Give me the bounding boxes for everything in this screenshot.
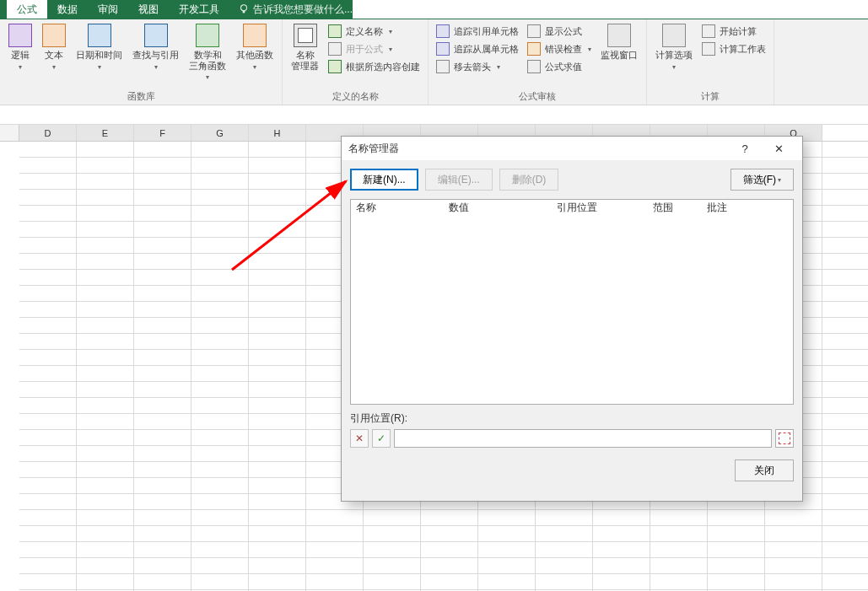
svg-point-0: [241, 5, 247, 11]
btn-logical[interactable]: 逻辑▾: [5, 22, 35, 73]
tell-me[interactable]: 告诉我您想要做什么...: [229, 0, 353, 19]
row-header-strip: [0, 142, 19, 591]
col-comment[interactable]: 批注: [702, 200, 793, 217]
tab-data[interactable]: 数据: [47, 0, 88, 19]
btn-error-check[interactable]: 错误检查▾: [525, 41, 594, 56]
bulb-icon: [238, 3, 250, 15]
group-label: 公式审核: [434, 90, 641, 105]
tag-icon: [328, 24, 342, 38]
theta-icon: [196, 24, 219, 47]
btn-datetime[interactable]: 日期和时间▾: [73, 22, 126, 73]
evaluate-icon: [527, 60, 541, 73]
chevron-down-icon: ▾: [253, 63, 256, 71]
collapse-dialog-icon[interactable]: [775, 429, 794, 448]
tab-formula[interactable]: 公式: [7, 0, 47, 19]
ribbon: 逻辑▾ 文本▾ 日期和时间▾ 查找与引用▾ 数学和 三角函数▾ 其他函数▾ 函数…: [0, 19, 868, 105]
btn-calc-sheet[interactable]: 计算工作表: [699, 41, 768, 56]
refers-to-input[interactable]: [394, 429, 772, 448]
name-manager-dialog: 名称管理器 ? ✕ 新建(N)... 编辑(E)... 删除(D) 筛选(F) …: [341, 136, 803, 502]
btn-mathtrig[interactable]: 数学和 三角函数▾: [186, 22, 229, 83]
col-refers-to[interactable]: 引用位置: [552, 200, 648, 217]
group-formula-auditing: 追踪引用单元格 追踪从属单元格 移去箭头▾ 显示公式 错误检查▾ 公式求值 监视…: [429, 19, 647, 105]
chevron-down-icon: ▾: [98, 63, 101, 71]
btn-lookup[interactable]: 查找与引用▾: [129, 22, 182, 73]
calc-now-icon: [702, 24, 715, 38]
btn-watch-window[interactable]: 监视窗口: [597, 22, 641, 62]
col-header[interactable]: E: [77, 125, 134, 141]
tell-me-label: 告诉我您想要做什么...: [253, 3, 353, 17]
edit-name-button: 编辑(E)...: [425, 169, 493, 191]
delete-name-button: 删除(D): [499, 169, 559, 191]
col-header[interactable]: H: [249, 125, 306, 141]
clock-icon: [88, 24, 111, 47]
chevron-down-icon: ▾: [389, 28, 392, 35]
formula-bar[interactable]: [0, 105, 868, 125]
list-body[interactable]: [351, 217, 793, 404]
group-function-library: 逻辑▾ 文本▾ 日期和时间▾ 查找与引用▾ 数学和 三角函数▾ 其他函数▾ 函数…: [0, 19, 283, 105]
dialog-titlebar: 名称管理器 ? ✕: [342, 137, 802, 160]
filter-button[interactable]: 筛选(F) ▾: [731, 169, 794, 191]
new-name-button[interactable]: 新建(N)...: [350, 169, 418, 191]
btn-create-from-selection[interactable]: 根据所选内容创建: [326, 59, 423, 74]
logical-icon: [8, 24, 32, 47]
ref-cancel-icon: ✕: [350, 429, 369, 448]
btn-calc-options[interactable]: 计算选项▾: [652, 22, 696, 73]
chevron-down-icon: ▾: [672, 63, 676, 71]
btn-evaluate-formula[interactable]: 公式求值: [525, 59, 594, 74]
dialog-title: 名称管理器: [348, 142, 728, 156]
watch-icon: [607, 24, 631, 47]
list-header-row: 名称 数值 引用位置 范围 批注: [351, 200, 793, 217]
trace-prec-icon: [436, 24, 450, 38]
chevron-down-icon: ▾: [19, 63, 22, 71]
remove-arrow-icon: [436, 60, 450, 73]
group-label: 计算: [652, 90, 768, 105]
calculator-icon: [662, 24, 686, 47]
chevron-down-icon: ▾: [206, 73, 209, 81]
group-defined-names: 名称 管理器 定义名称▾ 用于公式▾ 根据所选内容创建 定义的名称: [283, 19, 429, 105]
btn-show-formulas[interactable]: 显示公式: [525, 24, 594, 39]
tab-review[interactable]: 审阅: [88, 0, 128, 19]
name-manager-icon: [294, 24, 317, 47]
dialog-toolbar: 新建(N)... 编辑(E)... 删除(D) 筛选(F) ▾: [342, 160, 802, 199]
refers-to-block: 引用位置(R): ✕ ✓: [342, 405, 802, 448]
chevron-down-icon: ▾: [389, 46, 392, 53]
tab-view[interactable]: 视图: [128, 0, 169, 19]
grid-icon: [328, 60, 342, 73]
col-header[interactable]: G: [191, 125, 249, 141]
btn-use-in-formula[interactable]: 用于公式▾: [326, 41, 423, 56]
dialog-help-button[interactable]: ?: [728, 142, 762, 155]
lookup-icon: [144, 24, 168, 47]
more-icon: [243, 24, 267, 47]
error-check-icon: [527, 42, 541, 56]
col-scope[interactable]: 范围: [648, 200, 702, 217]
col-header[interactable]: F: [134, 125, 191, 141]
select-all-corner[interactable]: [0, 125, 19, 141]
ref-accept-icon: ✓: [372, 429, 391, 448]
col-name[interactable]: 名称: [351, 200, 444, 217]
btn-remove-arrows[interactable]: 移去箭头▾: [434, 59, 521, 74]
chevron-down-icon: ▾: [154, 63, 158, 71]
btn-trace-precedents[interactable]: 追踪引用单元格: [434, 24, 521, 39]
chevron-down-icon: ▾: [778, 176, 781, 184]
trace-dep-icon: [436, 42, 450, 56]
tab-devtools[interactable]: 开发工具: [169, 0, 229, 19]
calc-sheet-icon: [702, 42, 715, 56]
chevron-down-icon: ▾: [588, 46, 591, 53]
btn-trace-dependents[interactable]: 追踪从属单元格: [434, 41, 521, 56]
name-list[interactable]: 名称 数值 引用位置 范围 批注: [350, 199, 794, 405]
group-label: 函数库: [5, 90, 277, 105]
btn-text[interactable]: 文本▾: [39, 22, 69, 73]
fx-icon: [328, 42, 342, 56]
btn-calc-now[interactable]: 开始计算: [699, 24, 768, 39]
btn-name-manager[interactable]: 名称 管理器: [288, 22, 322, 73]
btn-morefunc[interactable]: 其他函数▾: [233, 22, 277, 73]
col-value[interactable]: 数值: [444, 200, 552, 217]
dialog-close-button[interactable]: ✕: [762, 142, 795, 155]
col-header[interactable]: D: [19, 125, 77, 141]
dialog-footer: 关闭: [342, 448, 802, 493]
btn-define-name[interactable]: 定义名称▾: [326, 24, 423, 39]
ribbon-tabbar: 公式 数据 审阅 视图 开发工具 告诉我您想要做什么...: [0, 0, 868, 19]
close-button[interactable]: 关闭: [735, 459, 794, 481]
group-calculation: 计算选项▾ 开始计算 计算工作表 计算: [647, 19, 774, 105]
show-formulas-icon: [527, 24, 541, 38]
